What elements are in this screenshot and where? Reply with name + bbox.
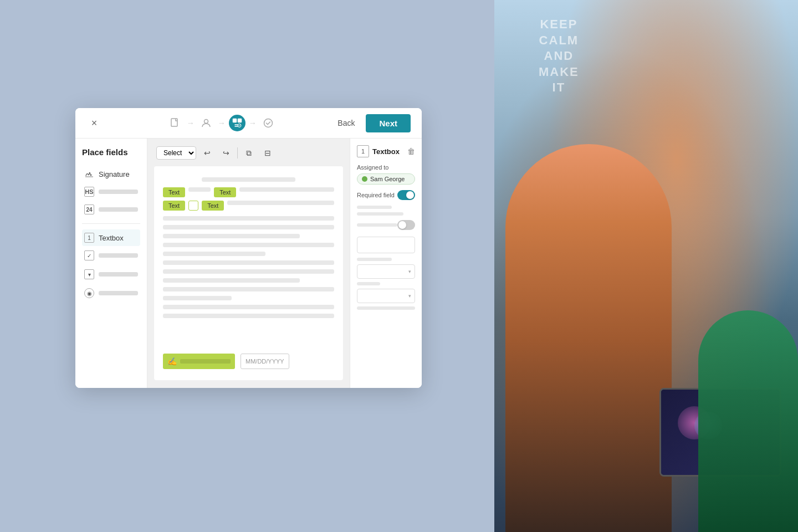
textbox-icon: 1 — [84, 233, 94, 243]
header-nav: Back Next — [332, 114, 411, 132]
textbox-label: Textbox — [99, 234, 124, 242]
sidebar-item-date[interactable]: 24 — [82, 201, 140, 218]
modal-body: Place fields Signature HS 24 — [75, 139, 422, 388]
toggle-knob — [406, 191, 414, 199]
initials-bar — [99, 190, 138, 194]
wizard-step-recipients[interactable] — [198, 115, 214, 131]
toggle2-row — [357, 220, 415, 230]
sidebar-divider — [82, 223, 140, 224]
toolbar-select[interactable]: Select — [156, 146, 196, 160]
document-page: Text Text Text Text — [154, 166, 343, 380]
document-area: Select ↩ ↪ ⧉ ⊟ Text Text — [147, 139, 350, 388]
sidebar-title: Place fields — [82, 147, 140, 157]
doc-content-line-1 — [163, 216, 334, 221]
panel-line-5 — [357, 306, 415, 310]
chevron-down-icon-2: ▾ — [408, 293, 411, 299]
next-button[interactable]: Next — [366, 114, 411, 132]
paste-button[interactable]: ⊟ — [260, 145, 275, 161]
photo-panel: KEEPCALMANDMAKEIT — [494, 0, 798, 532]
required-field-row: Required field — [357, 190, 415, 200]
date-bar — [99, 207, 138, 212]
panel-header: 1 Textbox 🗑 — [357, 145, 415, 157]
copy-button[interactable]: ⧉ — [241, 145, 257, 161]
sidebar-item-initials[interactable]: HS — [82, 183, 140, 200]
assigned-name: Sam George — [370, 176, 405, 182]
doc-content-line-10 — [163, 296, 232, 300]
svg-rect-2 — [233, 119, 237, 122]
assigned-chip[interactable]: Sam George — [357, 173, 415, 185]
radio-icon: ◉ — [84, 288, 94, 298]
panel-select-2[interactable]: ▾ — [357, 289, 415, 303]
wizard-arrow-1: → — [187, 119, 195, 127]
sidebar-item-checkbox[interactable]: ✓ — [82, 247, 140, 264]
dropdown-bar — [99, 272, 138, 277]
dropdown-icon: ▾ — [84, 269, 94, 279]
panel-line-3 — [357, 258, 392, 261]
signature-icon — [84, 169, 94, 179]
back-button[interactable]: Back — [332, 115, 360, 131]
toolbar-divider — [237, 147, 238, 158]
panel-title: Textbox — [372, 147, 400, 156]
doc-content-line-8 — [163, 278, 300, 283]
wizard-steps: → → → — [111, 115, 332, 131]
svg-rect-0 — [171, 119, 177, 126]
date-field[interactable]: MM/DD/YYYY — [241, 354, 289, 369]
person-silhouette — [505, 144, 672, 532]
checkbox-bar — [99, 253, 138, 258]
wizard-step-fields[interactable] — [229, 115, 245, 131]
field-chip-text-4[interactable]: Text — [202, 201, 224, 211]
doc-content-line-7 — [163, 269, 334, 274]
field-chip-text-1[interactable]: Text — [163, 187, 185, 197]
wizard-step-doc[interactable] — [167, 115, 183, 131]
chevron-down-icon-1: ▾ — [408, 269, 411, 274]
redo-button[interactable]: ↪ — [218, 145, 234, 161]
sidebar-item-dropdown[interactable]: ▾ — [82, 266, 140, 283]
checkbox-icon: ✓ — [84, 250, 94, 260]
doc-content-line-5 — [163, 252, 265, 256]
doc-bottom-fields: ✍ MM/DD/YYYY — [163, 354, 334, 369]
toggle2[interactable] — [397, 220, 415, 230]
panel-select-1[interactable]: ▾ — [357, 264, 415, 279]
panel-line-1 — [357, 206, 392, 209]
required-label: Required field — [357, 192, 395, 198]
right-panel: 1 Textbox 🗑 Assigned to Sam George Requi… — [350, 139, 422, 388]
modal-dialog: × → → — [75, 108, 422, 388]
sig-line — [180, 359, 231, 364]
toggle2-label-bar — [357, 223, 397, 227]
doc-content-line-12 — [163, 314, 334, 318]
assigned-to-label: Assigned to — [357, 164, 415, 171]
svg-point-5 — [264, 119, 272, 127]
sidebar-item-signature[interactable]: Signature — [82, 166, 140, 182]
doc-toolbar: Select ↩ ↪ ⧉ ⊟ — [154, 145, 343, 161]
panel-input[interactable] — [357, 237, 415, 253]
modal-header: × → → — [75, 108, 422, 139]
sidebar-item-radio[interactable]: ◉ — [82, 285, 140, 301]
field-chip-text-3[interactable]: Text — [163, 201, 185, 211]
wizard-arrow-2: → — [218, 119, 226, 127]
signature-label: Signature — [99, 170, 130, 178]
svg-rect-3 — [238, 119, 242, 122]
doc-content-line-6 — [163, 260, 334, 265]
field-chip-text-2[interactable]: Text — [214, 187, 236, 197]
doc-content-line-9 — [163, 287, 334, 291]
required-toggle[interactable] — [397, 190, 415, 200]
person2-silhouette — [698, 310, 798, 532]
window-text: KEEPCALMANDMAKEIT — [539, 17, 579, 96]
wizard-step-review[interactable] — [260, 115, 277, 131]
signature-field[interactable]: ✍ — [163, 354, 235, 369]
panel-line-4 — [357, 282, 380, 285]
sig-field-icon: ✍ — [167, 357, 177, 366]
close-button[interactable]: × — [86, 115, 102, 131]
doc-content-line-11 — [163, 305, 334, 309]
date-icon: 24 — [84, 204, 94, 214]
field-chip-outline[interactable] — [188, 201, 198, 211]
initials-icon: HS — [84, 187, 94, 197]
doc-fields-row-2: Text Text — [163, 201, 334, 211]
panel-line-2 — [357, 212, 403, 216]
delete-button[interactable]: 🗑 — [407, 147, 415, 156]
sidebar: Place fields Signature HS 24 — [75, 139, 147, 388]
doc-content-line-2 — [163, 225, 334, 229]
doc-content-line-3 — [163, 234, 300, 238]
sidebar-item-textbox[interactable]: 1 Textbox — [82, 229, 140, 246]
undo-button[interactable]: ↩ — [200, 145, 215, 161]
